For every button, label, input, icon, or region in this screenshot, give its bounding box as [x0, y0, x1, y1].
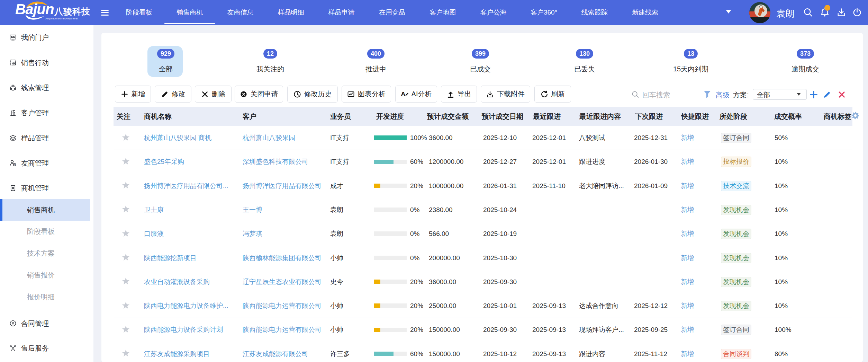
svg-text:A: A	[401, 90, 406, 98]
svg-text:vs: vs	[13, 164, 16, 166]
